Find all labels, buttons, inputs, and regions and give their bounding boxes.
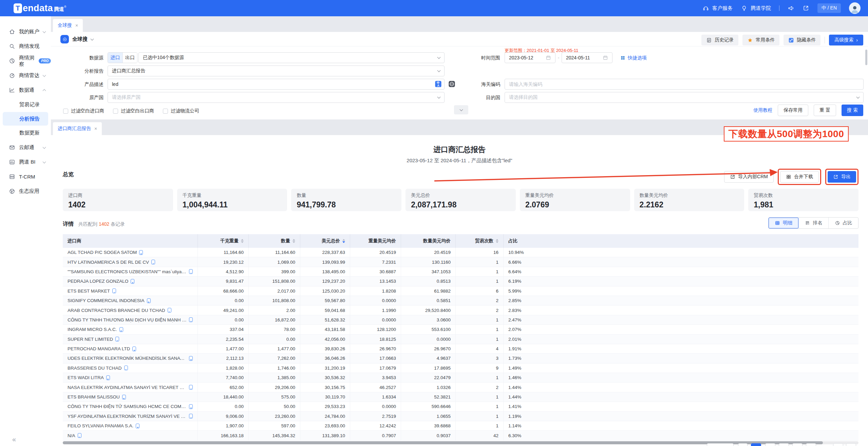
checkbox[interactable] — [113, 109, 118, 114]
sidebar-item-crm[interactable]: T-CRM — [0, 169, 51, 184]
table-row[interactable]: ETS BEST MARKET68,666.002,017.00125,030.… — [63, 286, 858, 296]
column-header[interactable]: 美元总价 — [300, 234, 350, 248]
destination-select[interactable]: 请选择目的国 — [505, 92, 864, 103]
company-tag-icon[interactable] — [139, 250, 143, 255]
sidebar-item-search[interactable]: 商情发现 — [0, 39, 51, 54]
export-button[interactable]: 导出 — [828, 171, 856, 183]
sidebar-item-eco[interactable]: 生态应用 — [0, 184, 51, 199]
start-date-input[interactable]: 2023-05-12 — [505, 52, 555, 63]
company-tag-icon[interactable] — [112, 289, 116, 293]
company-tag-icon[interactable] — [189, 404, 193, 409]
filter-checkbox[interactable]: 过滤物流公司 — [163, 108, 199, 114]
column-header[interactable]: 贸易次数 — [455, 234, 503, 248]
sidebar-subitem[interactable]: 数据更新 — [0, 126, 51, 140]
report-tab[interactable]: 进口商汇总报告 × — [53, 122, 102, 135]
pagination-button[interactable] — [792, 443, 803, 446]
reset-button[interactable]: 重 置 — [814, 105, 836, 116]
column-header[interactable]: 千克重量 — [197, 234, 248, 248]
toggle-进口[interactable]: 进口 — [108, 53, 122, 63]
pagination-current-page[interactable] — [751, 443, 761, 446]
table-row[interactable]: INGRAM MICRO S.A.C.337.0478.0043,181.581… — [63, 325, 858, 334]
filter-chip[interactable]: 隐藏条件 — [784, 35, 820, 45]
megaphone-icon[interactable] — [788, 5, 794, 12]
checkbox[interactable] — [163, 109, 168, 114]
sort-icon[interactable] — [342, 239, 345, 243]
sort-icon[interactable] — [496, 239, 498, 243]
company-tag-icon[interactable] — [189, 385, 193, 390]
sidebar-item-mail[interactable]: 云邮通 — [0, 140, 51, 155]
sidebar-item-insight[interactable]: 商情洞察PRO — [0, 54, 51, 68]
fullscreen-icon[interactable] — [803, 5, 809, 12]
company-tag-icon[interactable] — [189, 356, 193, 361]
sidebar-item-bi[interactable]: 腾道 BI — [0, 155, 51, 169]
company-tag-icon[interactable] — [119, 327, 123, 332]
filter-checkbox[interactable]: 过滤空白进口商 — [63, 108, 104, 114]
table-row[interactable]: BRASSERIES DU TCHAD1,828.001,746.0031,20… — [63, 364, 858, 373]
user-avatar[interactable] — [849, 2, 861, 14]
pagination-button[interactable] — [806, 443, 816, 446]
sidebar-subitem[interactable]: 分析报告 — [3, 112, 48, 126]
translate-icon[interactable]: 中A — [434, 80, 442, 88]
pagination-button[interactable] — [833, 443, 843, 446]
sidebar-collapse-button[interactable]: « — [12, 435, 16, 443]
column-header[interactable]: 数量 — [248, 234, 300, 248]
table-row[interactable]: ARAB CONTRACTORS BRANCHE DU TCHAD49,241.… — [63, 305, 858, 315]
pagination-button[interactable] — [738, 443, 748, 446]
company-tag-icon[interactable] — [136, 424, 139, 428]
table-row[interactable]: N/A166,163.18145,394.32131,389.100.79070… — [63, 431, 858, 440]
quick-options-link[interactable]: 快捷选项 — [620, 52, 647, 63]
company-tag-icon[interactable] — [106, 375, 110, 380]
table-row[interactable]: CÔNG TY TNHH THƯƠNG MẠI DỊCH VỤ ĐIỆN MẠN… — [63, 315, 858, 325]
company-tag-icon[interactable] — [132, 347, 136, 351]
exclude-filter-icon[interactable] — [448, 80, 456, 88]
table-row[interactable]: ETS WADI LITRA7,740.001,385.0030,536.323… — [63, 373, 858, 383]
sidebar-item-data[interactable]: 数据通 — [0, 83, 51, 97]
view-rank[interactable]: 排名 — [798, 218, 828, 228]
company-tag-icon[interactable] — [131, 279, 134, 284]
filter-chip[interactable]: 常用条件 — [742, 35, 779, 45]
company-tag-icon[interactable] — [189, 269, 193, 274]
search-button[interactable]: 搜 索 — [842, 105, 863, 116]
language-toggle[interactable]: 中 / EN — [817, 3, 841, 13]
view-detail[interactable]: 明细 — [769, 218, 798, 228]
table-row[interactable]: YSF AYDINLATMA ELEKTRONİK TURİZM SANAYİ … — [63, 412, 858, 421]
product-desc-input[interactable] — [108, 79, 445, 90]
sidebar-item-home[interactable]: 我的账户 — [0, 24, 51, 39]
table-row[interactable]: AGL TCHAD P/C SOGEA SATOM11,164.6011,164… — [63, 248, 858, 257]
company-tag-icon[interactable] — [78, 433, 81, 438]
company-tag-icon[interactable] — [168, 308, 171, 313]
table-row[interactable]: UDES ELEKTRİK ELEKTRONİK MÜHENDİSLİK SAN… — [63, 354, 858, 363]
table-row[interactable]: ETS BRAHIM SALISSOU18,440.00575.0030,119… — [63, 392, 858, 402]
filter-chip[interactable]: 历史记录 — [701, 35, 738, 45]
table-row[interactable]: NASA ELEKTRİK AYDINLATMA SANAYİ VE TİCAR… — [63, 383, 858, 392]
collapse-filters-button[interactable] — [454, 105, 468, 114]
company-tag-icon[interactable] — [115, 337, 119, 341]
tutorial-link[interactable]: 使用教程 — [753, 107, 772, 113]
table-row[interactable]: SIGNIFY COMMERCIAL INDONESIA0.00101,808.… — [63, 296, 858, 305]
company-tag-icon[interactable] — [189, 317, 193, 322]
company-tag-icon[interactable] — [147, 298, 151, 303]
checkbox[interactable] — [63, 109, 68, 114]
table-row[interactable]: PEDRAJA LOPEZ GONZALO9,831.47151,808.001… — [63, 277, 858, 286]
company-tag-icon[interactable] — [122, 395, 126, 399]
pagination-button[interactable] — [707, 443, 734, 446]
nav-customer-service[interactable]: 客户服务 — [702, 5, 733, 12]
company-tag-icon[interactable] — [151, 260, 155, 264]
report-type-select[interactable]: 进口商汇总报告 — [108, 66, 445, 76]
table-row[interactable]: HTV LATINOAMERICA S DE RL DE CV19,230.12… — [63, 257, 858, 267]
scrollbar[interactable] — [865, 50, 867, 65]
toggle-出口[interactable]: 出口 — [122, 53, 137, 63]
sidebar-subitem[interactable]: 贸易记录 — [0, 97, 51, 112]
end-date-input[interactable]: 2024-05-11 — [562, 52, 612, 63]
scope-selector[interactable]: 全球搜 — [60, 35, 93, 43]
table-row[interactable]: ""SAMSUNG ELECTRONICS UZBEKISTAN"" mas`u… — [63, 267, 858, 277]
table-row[interactable]: FEILO SYLVANIA PANAMA S.A.1,907.00597.00… — [63, 421, 858, 431]
close-icon[interactable]: × — [94, 126, 97, 131]
sort-icon[interactable] — [293, 239, 295, 243]
view-ratio[interactable]: 占比 — [828, 218, 858, 228]
data-source-select[interactable]: 已选中104个数据源 — [138, 52, 445, 63]
save-common-button[interactable]: 保存常用 — [778, 105, 808, 116]
pagination-button[interactable] — [765, 443, 775, 446]
merge-download-button[interactable]: 合并下载 — [780, 171, 819, 183]
advanced-search-button[interactable]: 高级搜索› — [829, 35, 863, 45]
